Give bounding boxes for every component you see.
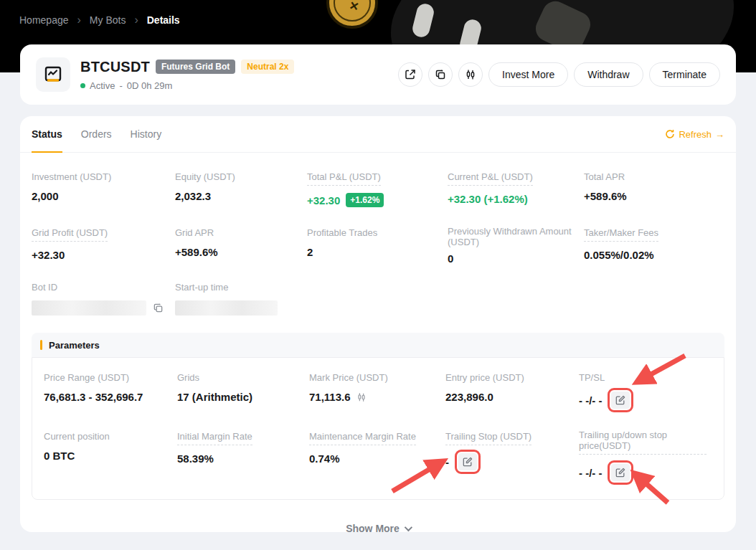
status-text: Active [90, 80, 115, 91]
annotation-highlight-box [608, 388, 633, 412]
refresh-icon [665, 129, 675, 139]
edit-icon [463, 457, 473, 467]
refresh-link[interactable]: Refresh → [665, 116, 724, 152]
stats-section: Investment (USDT) 2,000 Equity (USDT) 2,… [20, 153, 736, 316]
edit-icon [615, 468, 625, 478]
breadcrumb-my-bots[interactable]: My Bots [90, 14, 126, 26]
bot-id-redacted-value [32, 300, 146, 316]
chevron-right-icon: › [77, 15, 81, 25]
status-dot [80, 83, 85, 88]
edit-trailing-updown-button[interactable] [611, 464, 630, 481]
invest-more-button[interactable]: Invest More [488, 62, 568, 87]
withdraw-button[interactable]: Withdraw [574, 62, 643, 87]
copy-icon [153, 303, 164, 313]
show-more-button[interactable]: Show More [20, 523, 736, 532]
section-accent-bar [40, 340, 42, 350]
edit-icon [615, 395, 625, 405]
pnl-percent-badge: +1.62% [346, 193, 384, 207]
share-button[interactable] [398, 62, 422, 87]
breadcrumb-homepage[interactable]: Homepage [19, 14, 69, 26]
tab-status[interactable]: Status [32, 116, 62, 152]
startup-time-redacted-value [175, 300, 278, 316]
param-initial-margin: Initial Margin Rate 58.39% [177, 430, 309, 485]
param-entry-price: Entry price (USDT) 223,896.0 [445, 371, 579, 412]
param-tp-sl: TP/SL - -/- - [579, 371, 712, 412]
bot-type-badge: Futures Grid Bot [156, 60, 235, 74]
param-current-position: Current position 0 BTC [44, 430, 177, 485]
bot-pair-title: BTCUSDT [80, 59, 150, 75]
annotation-highlight-box [608, 460, 633, 485]
candlestick-icon[interactable] [356, 392, 367, 403]
tab-bar: Status Orders History Refresh → [20, 116, 736, 153]
chevron-right-icon: › [134, 15, 138, 25]
stat-profitable-trades: Profitable Trades 2 [307, 226, 448, 265]
stat-equity: Equity (USDT) 2,032.3 [175, 170, 307, 207]
breadcrumb: Homepage › My Bots › Details [19, 14, 180, 26]
stat-total-apr: Total APR +589.6% [584, 170, 724, 207]
runtime-text: 0D 0h 29m [127, 80, 173, 91]
tab-orders[interactable]: Orders [81, 116, 112, 152]
param-trailing-stop: Trailing Stop (USDT) - [445, 430, 579, 485]
chevron-down-icon [405, 523, 412, 531]
bot-details-card: Status Orders History Refresh → Investme… [20, 116, 736, 532]
bot-leverage-badge: Neutral 2x [241, 60, 294, 74]
param-price-range: Price Range (USDT) 76,681.3 - 352,696.7 [44, 371, 177, 412]
terminate-button[interactable]: Terminate [649, 62, 720, 87]
gold-coin-graphic: ✕ [326, 0, 378, 29]
copy-bot-button[interactable] [428, 62, 453, 87]
stat-grid-apr: Grid APR +589.6% [175, 226, 307, 265]
bot-status-row: Active - 0D 0h 29m [80, 80, 294, 91]
copy-icon [435, 69, 446, 80]
annotation-highlight-box [455, 450, 481, 474]
edit-trailing-stop-button[interactable] [458, 453, 477, 470]
breadcrumb-details: Details [147, 14, 180, 26]
chart-button[interactable] [458, 62, 483, 87]
candlestick-icon [465, 69, 476, 80]
copy-bot-id-button[interactable] [153, 303, 164, 313]
stat-current-pnl: Current P&L (USDT) +32.30 (+1.62%) [448, 170, 584, 207]
tab-history[interactable]: History [131, 116, 162, 152]
parameters-section: Parameters Price Range (USDT) 76,681.3 -… [32, 333, 724, 500]
stat-investment: Investment (USDT) 2,000 [32, 170, 175, 207]
stat-fees: Taker/Maker Fees 0.055%/0.02% [584, 226, 724, 265]
stat-total-pnl: Total P&L (USDT) +32.30 +1.62% [307, 170, 448, 207]
parameters-title: Parameters [49, 340, 100, 351]
stat-grid-profit: Grid Profit (USDT) +32.30 [32, 226, 175, 265]
stat-bot-id: Bot ID [32, 280, 175, 316]
stat-withdrawn-amount: Previously Withdrawn Amount (USDT) 0 [448, 226, 584, 265]
edit-tp-sl-button[interactable] [611, 392, 630, 409]
bot-header-card: BTCUSDT Futures Grid Bot Neutral 2x Acti… [20, 44, 736, 105]
param-maintenance-margin: Maintenance Margin Rate 0.74% [309, 430, 445, 485]
arrow-right-icon: → [715, 129, 724, 140]
param-trailing-updown: Trailing up/down stop price(USDT) - -/- … [579, 430, 712, 485]
stat-startup-time: Start-up time [175, 280, 307, 316]
grid-bot-icon [36, 57, 70, 92]
share-icon [405, 69, 416, 80]
param-grids: Grids 17 (Arithmetic) [177, 371, 309, 412]
status-separator: - [119, 80, 122, 91]
param-mark-price: Mark Price (USDT) 71,113.6 [309, 371, 445, 412]
